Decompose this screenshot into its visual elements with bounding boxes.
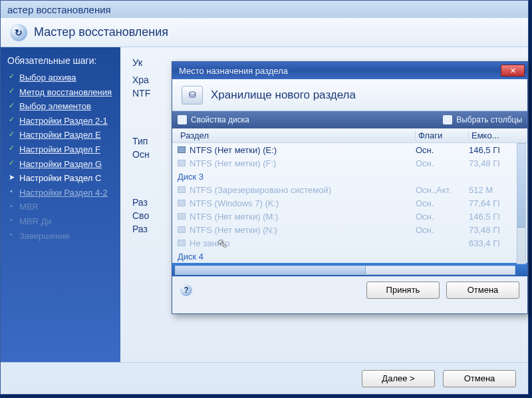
step-label: Метод восстановления — [19, 87, 112, 98]
wizard-footer: Далее > Отмена — [1, 362, 528, 394]
partition-row[interactable]: NTFS (Нет метки) (F:)Осн.73,48 ГI — [172, 156, 527, 170]
sidebar-step[interactable]: ✓Настройки Раздел E — [7, 130, 114, 140]
destination-dialog: Место назначения раздела ✕ ⛁ Хранилище н… — [172, 61, 528, 314]
partition-flags: Осн. — [416, 158, 469, 168]
partition-flags: Осн. — [416, 198, 469, 208]
wizard-window-title: астер восстановления — [7, 4, 111, 15]
disk-icon — [178, 200, 186, 206]
wizard-titlebar: астер восстановления — [1, 1, 528, 18]
partition-name: NTFS (Нет метки) (N:) — [190, 225, 277, 235]
partition-flags: Осн.,Акт. — [416, 185, 469, 195]
partition-row[interactable]: NTFS (Нет метки) (N:)Осн.73,48 ГI — [172, 223, 527, 236]
partition-capacity: 146,5 ГI — [469, 212, 522, 222]
dialog-titlebar[interactable]: Место назначения раздела ✕ — [172, 62, 527, 79]
partition-name: Не занято — [190, 238, 230, 248]
check-icon: ✓ — [7, 101, 15, 109]
scrollbar-thumb[interactable] — [517, 144, 525, 228]
partition-capacity: 512 М — [469, 185, 522, 195]
step-label: MBR Ди — [19, 216, 52, 227]
accept-button[interactable]: Принять — [366, 282, 440, 299]
step-label: Выбор элементов — [19, 101, 91, 112]
sidebar-step[interactable]: •Настройки Раздел 4-2 — [7, 188, 114, 198]
step-label: Выбор архива — [19, 73, 76, 83]
col-flags[interactable]: Флаги — [416, 130, 469, 140]
col-partition[interactable]: Раздел — [178, 130, 416, 140]
disk-icon — [178, 160, 186, 166]
sidebar-step[interactable]: ✓Выбор элементов — [7, 101, 114, 112]
partition-name: NTFS (Нет метки) (F:) — [190, 158, 276, 168]
close-icon[interactable]: ✕ — [501, 65, 525, 77]
dialog-header-title: Хранилище нового раздела — [211, 89, 356, 102]
sidebar-step: •MBR — [7, 202, 114, 212]
step-label: Настройки Раздел F — [19, 144, 100, 155]
help-icon[interactable]: ? — [180, 284, 192, 296]
disk-icon — [178, 186, 186, 193]
disk-icon — [178, 240, 186, 246]
columns-icon — [443, 115, 452, 124]
step-label: MBR — [19, 202, 39, 212]
check-icon: ✓ — [7, 73, 15, 81]
cancel-button[interactable]: Отмена — [443, 370, 516, 387]
partition-flags: Осн. — [416, 212, 469, 222]
horizontal-scrollbar[interactable] — [175, 266, 515, 275]
partition-capacity: 73,48 ГI — [469, 225, 522, 235]
wizard-icon: ↻ — [10, 24, 27, 41]
sidebar-step[interactable]: ✓Метод восстановления — [7, 87, 114, 98]
bullet-icon: • — [7, 216, 15, 224]
step-label: Завершение — [19, 231, 70, 242]
dialog-title: Место назначения раздела — [179, 66, 288, 76]
check-icon: ✓ — [7, 144, 15, 152]
partition-row[interactable]: NTFS (Нет метки) (M:)Осн.146,5 ГI — [172, 210, 527, 223]
storage-icon: ⛁ — [182, 86, 203, 104]
partition-capacity: 633,4 ГI — [469, 238, 522, 248]
step-label: Настройки Раздел E — [19, 130, 101, 140]
partition-list: Раздел Флаги Емко... NTFS (Нет метки) (E… — [172, 128, 527, 276]
dialog-header: ⛁ Хранилище нового раздела — [172, 79, 527, 111]
sidebar-step[interactable]: ✓Настройки Раздел F — [7, 144, 114, 155]
wizard-header: ↻ Мастер восстановления — [1, 18, 528, 47]
choose-columns-button[interactable]: Выбрать столбцы — [443, 115, 522, 124]
check-icon: ✓ — [7, 87, 15, 95]
step-label: Настройки Раздел C — [19, 173, 101, 184]
dialog-footer: ? Принять Отмена — [172, 276, 527, 303]
partition-name: NTFS (Зарезервировано системой) — [190, 185, 331, 195]
partition-flags: Осн. — [416, 225, 469, 235]
check-icon: ✓ — [7, 130, 15, 138]
sidebar-step: •MBR Ди — [7, 216, 114, 227]
check-icon: ✓ — [7, 116, 15, 124]
check-icon: ✓ — [7, 159, 15, 167]
sidebar-step[interactable]: ✓Настройки Раздел 2-1 — [7, 116, 114, 126]
list-header: Раздел Флаги Емко... — [172, 128, 527, 143]
disk-icon — [178, 226, 186, 233]
wizard-header-title: Мастер восстановления — [34, 25, 168, 39]
disk-properties-button[interactable]: Свойства диска — [178, 115, 249, 124]
scrollbar-thumb[interactable] — [176, 266, 366, 274]
sidebar-step[interactable]: ✓Настройки Раздел G — [7, 159, 114, 170]
sidebar-step: •Завершение — [7, 231, 114, 242]
partition-name: NTFS (Нет метки) (M:) — [190, 212, 278, 222]
disk-icon — [178, 146, 186, 153]
disk-group: Диск 4 — [172, 250, 527, 263]
vertical-scrollbar[interactable] — [517, 143, 526, 264]
partition-capacity: 73,48 ГI — [469, 158, 522, 168]
disk-group: Диск 3 — [172, 170, 527, 183]
partition-capacity: 77,64 ГI — [469, 198, 522, 208]
properties-icon — [178, 115, 187, 124]
bullet-icon: • — [7, 231, 15, 239]
partition-row[interactable]: NTFS (Зарезервировано системой)Осн.,Акт.… — [172, 183, 527, 196]
cancel-button[interactable]: Отмена — [446, 282, 519, 299]
col-capacity[interactable]: Емко... — [469, 130, 522, 140]
partition-row[interactable]: Не занято633,4 ГI — [172, 236, 527, 250]
wizard-sidebar: Обязательные шаги: ✓Выбор архива✓Метод в… — [1, 47, 120, 362]
next-button[interactable]: Далее > — [362, 370, 435, 387]
partition-name: NTFS (Нет метки) (E:) — [190, 145, 277, 155]
sidebar-step[interactable]: ➤Настройки Раздел C — [7, 173, 114, 184]
steps-title: Обязательные шаги: — [7, 55, 114, 66]
partition-row[interactable]: NTFS (Windows 7) (K:)Осн.77,64 ГI — [172, 196, 527, 210]
partition-name: NTFS (Windows 7) (K:) — [190, 198, 279, 208]
step-label: Настройки Раздел 2-1 — [19, 116, 108, 126]
sidebar-step[interactable]: ✓Выбор архива — [7, 73, 114, 83]
disk-icon — [178, 213, 186, 220]
partition-row[interactable]: NTFS (Нет метки) (E:)Осн.146,5 ГI — [172, 143, 527, 156]
partition-capacity: 146,5 ГI — [469, 145, 522, 155]
